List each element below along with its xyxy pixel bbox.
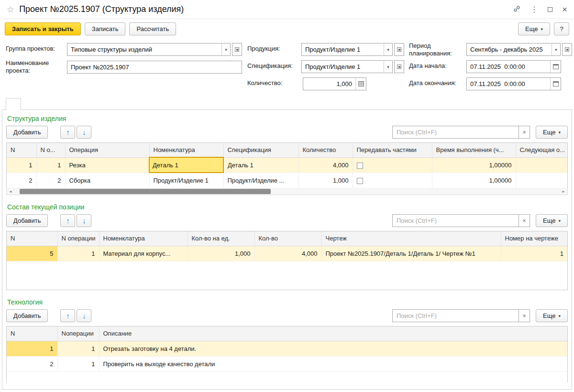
cell-quantity[interactable]: 4,000	[298, 157, 353, 173]
project-group-input[interactable]	[67, 43, 222, 56]
col-qty-per-unit[interactable]: Кол-во на ед.	[188, 231, 254, 246]
project-name-input[interactable]	[67, 61, 242, 74]
composition-search-input[interactable]	[392, 214, 519, 227]
cell-operation[interactable]: Сборка	[65, 173, 149, 188]
col-n-op[interactable]: N о...	[36, 143, 65, 157]
cell-nomenclature[interactable]: Продукт/Изделие 1	[149, 173, 223, 188]
col-nomenclature[interactable]: Номенклатура	[149, 143, 223, 157]
col-partial[interactable]: Передавать частями	[353, 143, 432, 157]
col-n-op[interactable]: Nоперации	[57, 327, 99, 341]
link-icon[interactable]	[513, 5, 521, 14]
cell-qty[interactable]: 4,000	[254, 246, 321, 261]
save-and-close-button[interactable]: Записать и закрыть	[5, 22, 81, 35]
search-clear-icon[interactable]: ×	[519, 309, 530, 322]
col-drawing[interactable]: Чертеж	[321, 231, 501, 246]
date-end-input[interactable]	[466, 77, 551, 90]
col-nomenclature[interactable]: Номенклатура	[99, 231, 188, 246]
col-n[interactable]: N	[7, 143, 36, 157]
cell-specification[interactable]: Деталь 1	[223, 157, 298, 173]
technology-move-up-button[interactable]: ↑	[60, 309, 75, 322]
cell-description[interactable]: Проверить на выходе качество детали	[99, 356, 567, 371]
scroll-left-icon[interactable]: ◄	[7, 188, 14, 195]
structure-search-input[interactable]	[392, 126, 519, 139]
date-start-input[interactable]	[466, 60, 551, 73]
cell-n[interactable]: 2	[7, 356, 57, 371]
cell-qty-per-unit[interactable]: 1,000	[188, 246, 254, 261]
specification-open-button[interactable]	[394, 60, 404, 73]
specification-dropdown-icon[interactable]: ▾	[384, 60, 393, 73]
col-n-op[interactable]: N операции	[57, 231, 99, 246]
search-clear-icon[interactable]: ×	[519, 126, 530, 139]
cell-specification[interactable]: Продукт/Изделие ...	[223, 173, 298, 188]
scrollbar-thumb[interactable]	[20, 189, 270, 194]
cell-n[interactable]: 2	[7, 173, 36, 188]
cell-n-op[interactable]: 2	[36, 173, 65, 188]
date-start-calendar-button[interactable]	[550, 60, 561, 73]
partial-checkbox[interactable]	[357, 178, 363, 184]
col-operation[interactable]: Операция	[65, 143, 149, 157]
cell-drawing-number[interactable]: 1	[501, 246, 567, 261]
col-drawing-number[interactable]: Номер на чертеже	[501, 231, 567, 246]
cell-time[interactable]: 1,00000	[432, 157, 516, 173]
cell-n[interactable]: 1	[7, 157, 36, 173]
form-tab[interactable]	[6, 98, 21, 110]
structure-move-up-button[interactable]: ↑	[60, 126, 75, 139]
table-row[interactable]: 5 1 Материал для корпус... 1,000 4,000 П…	[7, 246, 567, 261]
scrollbar-track[interactable]	[14, 188, 560, 195]
help-button[interactable]: ?	[554, 22, 569, 35]
col-n[interactable]: N	[7, 231, 57, 246]
composition-move-down-button[interactable]: ↓	[77, 214, 91, 227]
table-row[interactable]: 2 2 Сборка Продукт/Изделие 1 Продукт/Изд…	[7, 173, 567, 188]
calculate-button[interactable]: Рассчитать	[129, 22, 176, 35]
col-description[interactable]: Описание	[99, 327, 567, 341]
save-button[interactable]: Записать	[85, 22, 126, 35]
cell-n-op[interactable]: 1	[57, 246, 99, 261]
planning-period-input[interactable]	[466, 43, 552, 56]
specification-input[interactable]	[301, 60, 384, 73]
cell-n-op[interactable]: 1	[57, 356, 99, 371]
col-specification[interactable]: Спецификация	[223, 143, 298, 157]
project-group-open-button[interactable]	[232, 43, 242, 56]
cell-n-op[interactable]: 1	[36, 157, 65, 173]
scroll-right-icon[interactable]: ►	[560, 188, 567, 195]
date-end-calendar-button[interactable]	[550, 77, 561, 90]
close-icon[interactable]: ×	[562, 5, 567, 14]
project-group-dropdown-icon[interactable]: ▾	[221, 43, 231, 56]
search-clear-icon[interactable]: ×	[519, 214, 530, 227]
production-input[interactable]	[301, 43, 384, 56]
horizontal-scrollbar[interactable]: ◄ ►	[6, 188, 568, 195]
col-next-op[interactable]: Следующая о...	[516, 143, 567, 157]
col-n[interactable]: N	[7, 327, 57, 341]
production-open-button[interactable]	[394, 43, 404, 56]
production-dropdown-icon[interactable]: ▾	[384, 43, 393, 56]
quantity-calculator-button[interactable]	[355, 77, 366, 90]
partial-checkbox[interactable]	[357, 163, 363, 169]
technology-move-down-button[interactable]: ↓	[77, 309, 91, 322]
planning-period-open-button[interactable]	[562, 43, 572, 56]
favorite-star-icon[interactable]: ☆	[7, 4, 14, 15]
cell-next-op[interactable]	[516, 173, 567, 188]
cell-description[interactable]: Отрезать заготовку на 4 детали.	[99, 341, 567, 356]
technology-search-input[interactable]	[392, 309, 519, 322]
col-time[interactable]: Время выполнения (ч...	[432, 143, 516, 157]
cell-n-op[interactable]: 1	[57, 341, 99, 356]
cell-n[interactable]: 1	[7, 341, 57, 356]
maximize-icon[interactable]	[548, 7, 552, 12]
structure-more-button[interactable]: Еще ▾	[536, 126, 568, 139]
cell-nomenclature[interactable]: Материал для корпус...	[99, 246, 188, 261]
cell-operation[interactable]: Резка	[65, 157, 149, 173]
cell-drawing[interactable]: Проект №2025.1907/Деталь 1/Деталь 1/ Чер…	[321, 246, 501, 261]
quantity-input[interactable]	[303, 77, 356, 90]
more-button[interactable]: Еще ▾	[518, 22, 550, 35]
composition-more-button[interactable]: Еще ▾	[536, 214, 568, 227]
cell-next-op[interactable]	[516, 157, 567, 173]
planning-period-dropdown-icon[interactable]: ▾	[552, 43, 561, 56]
cell-n[interactable]: 5	[7, 246, 57, 261]
table-row[interactable]: 1 1 Отрезать заготовку на 4 детали.	[7, 341, 567, 356]
technology-more-button[interactable]: Еще ▾	[536, 309, 568, 322]
cell-time[interactable]: 1,00000	[432, 173, 516, 188]
composition-move-up-button[interactable]: ↑	[60, 214, 75, 227]
table-row[interactable]: 1 1 Резка Деталь 1 Деталь 1 4,000 1,0000…	[7, 157, 567, 173]
technology-add-button[interactable]: Добавить	[6, 309, 48, 322]
col-quantity[interactable]: Количество	[298, 143, 353, 157]
